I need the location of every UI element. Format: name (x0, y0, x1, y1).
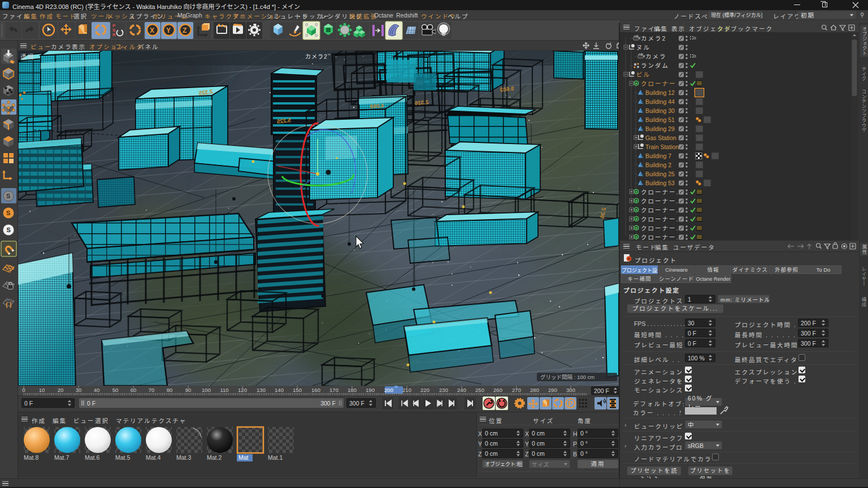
svg-text:Mat.1: Mat.1 (268, 454, 283, 461)
svg-text:ヌル: ヌル (636, 44, 650, 51)
svg-text:Mat.5: Mat.5 (115, 454, 130, 461)
svg-text:カメラ2°°: カメラ2°° (305, 54, 331, 60)
svg-text:クローナー: クローナー (641, 80, 676, 87)
svg-text:Y: Y (166, 27, 171, 34)
svg-text:クローナー.1: クローナー.1 (641, 189, 683, 195)
svg-text:X: X (150, 27, 154, 34)
svg-text:( ): ( ) (6, 301, 12, 308)
svg-text:R: R (112, 32, 116, 37)
svg-text:Z: Z (183, 27, 186, 34)
svg-text:230: 230 (439, 387, 448, 393)
svg-text:Building 25: Building 25 (645, 171, 675, 177)
svg-text:170: 170 (329, 387, 338, 393)
svg-text:透視: 透視 (20, 53, 34, 60)
svg-text:Building 44: Building 44 (645, 98, 675, 105)
svg-text:10: 10 (39, 387, 45, 393)
svg-text:Mat.4: Mat.4 (146, 454, 160, 461)
svg-text:200: 200 (384, 387, 393, 393)
svg-text:4.099: 4.099 (370, 102, 384, 110)
svg-text:Train Station: Train Station (645, 143, 679, 150)
svg-text:Building 12: Building 12 (645, 89, 675, 96)
svg-text:80: 80 (167, 387, 173, 393)
svg-text:290: 290 (548, 387, 557, 393)
svg-text:Mat.7: Mat.7 (54, 454, 69, 461)
svg-text:Building 29: Building 29 (645, 125, 675, 132)
svg-text:ビル: ビル (636, 71, 650, 78)
svg-text:Building 2: Building 2 (645, 162, 671, 168)
svg-text:ランダム: ランダム (641, 62, 669, 69)
svg-text:250: 250 (475, 387, 484, 393)
svg-text:クローナー.5: クローナー.5 (641, 225, 683, 232)
svg-text:40: 40 (94, 387, 100, 393)
svg-text:カメラ2: カメラ2 (641, 35, 666, 42)
svg-text:クローナー.4: クローナー.4 (641, 216, 683, 223)
svg-text:160: 160 (311, 387, 320, 393)
svg-text:クローナー.6: クローナー.6 (641, 234, 683, 241)
svg-text:クローナー.2: クローナー.2 (641, 198, 683, 204)
svg-text:220: 220 (420, 387, 429, 393)
svg-text:グリッド間隔 : 100 cm: グリッド間隔 : 100 cm (540, 374, 594, 380)
svg-text:190: 190 (366, 387, 375, 393)
svg-text:Mat.8: Mat.8 (24, 454, 38, 461)
svg-text:Building 53: Building 53 (645, 180, 675, 186)
svg-text:カメラ: カメラ (645, 53, 667, 60)
svg-text:S: S (6, 210, 10, 216)
svg-text:260: 260 (493, 387, 502, 393)
svg-text:2.326: 2.326 (414, 99, 429, 106)
svg-text:クローナー.3: クローナー.3 (641, 207, 683, 213)
svg-text:20: 20 (58, 387, 64, 393)
svg-text:Mat.2: Mat.2 (207, 454, 222, 461)
svg-text:Building 30: Building 30 (645, 107, 675, 114)
svg-text:Mat.6: Mat.6 (85, 454, 99, 461)
svg-text:Mat: Mat (238, 454, 249, 461)
svg-text:Gas Station: Gas Station (645, 134, 676, 141)
svg-text:50: 50 (112, 387, 119, 393)
svg-text:130: 130 (257, 387, 266, 393)
svg-text:S: S (6, 193, 10, 199)
svg-text:140: 140 (275, 387, 284, 393)
svg-text:Building 51: Building 51 (645, 116, 675, 123)
svg-text:100: 100 (202, 387, 211, 393)
svg-text:Building 7: Building 7 (645, 152, 671, 159)
svg-text:Mat.3: Mat.3 (176, 454, 191, 461)
svg-text:P: P (568, 400, 573, 408)
svg-text:70: 70 (149, 387, 155, 393)
svg-text:110: 110 (220, 387, 228, 393)
svg-text:S: S (7, 226, 11, 233)
svg-text:280: 280 (530, 387, 539, 393)
